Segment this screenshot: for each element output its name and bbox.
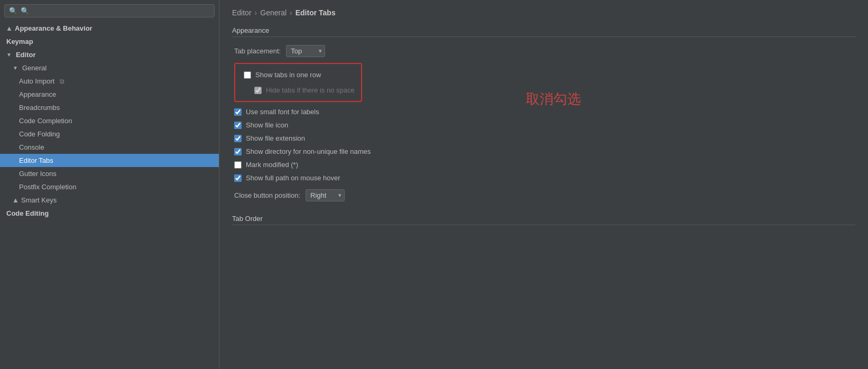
nav-tree: ▶ Appearance & Behavior Keymap ▼ Editor … — [0, 22, 219, 369]
sidebar-item-label: General — [22, 64, 47, 72]
sidebar-item-code-folding[interactable]: Code Folding — [0, 127, 219, 141]
tab-order-section-title: Tab Order — [232, 215, 855, 225]
show-directory-label[interactable]: Show directory for non-unique file names — [234, 147, 371, 155]
breadcrumb-sep2: › — [290, 8, 292, 17]
sidebar-item-keymap[interactable]: Keymap — [0, 35, 219, 48]
sidebar-item-label: Breadcrumbs — [19, 104, 60, 112]
mark-modified-checkbox[interactable] — [234, 161, 242, 169]
sidebar-item-breadcrumbs[interactable]: Breadcrumbs — [0, 101, 219, 114]
sidebar-item-label: Code Folding — [19, 130, 60, 138]
sidebar-item-label: Keymap — [6, 38, 33, 45]
hide-tabs-nospace-setting: Hide tabs if there is no space — [244, 84, 355, 97]
sidebar-item-label: Gutter Icons — [19, 170, 57, 178]
tab-placement-row: Tab placement: Top Bottom Left Right Non… — [234, 42, 855, 60]
show-tabs-row-label[interactable]: Show tabs in one row — [244, 71, 321, 79]
mark-modified-text: Mark modified (*) — [246, 161, 298, 169]
highlight-box: Show tabs in one row Hide tabs if there … — [234, 63, 362, 102]
appearance-section-title: Appearance — [232, 26, 855, 37]
breadcrumb-sep1: › — [255, 8, 257, 17]
close-button-select[interactable]: Right Left Hidden — [306, 189, 345, 201]
sidebar-item-label: Auto Import — [19, 77, 54, 85]
triangle-icon: ▼ — [13, 65, 18, 71]
sidebar: 🔍 ▶ Appearance & Behavior Keymap ▼ Edito… — [0, 0, 219, 369]
sidebar-item-code-editing[interactable]: Code Editing — [0, 207, 219, 220]
triangle-icon: ▶ — [6, 26, 12, 31]
show-file-extension-setting: Show file extension — [234, 132, 855, 145]
breadcrumb: Editor › General › Editor Tabs — [232, 8, 855, 17]
close-button-label: Close button position: — [234, 191, 300, 199]
tab-placement-select[interactable]: Top Bottom Left Right None — [286, 45, 325, 57]
tab-placement-label: Tab placement: — [234, 47, 281, 55]
sidebar-item-label: Smart Keys — [21, 196, 57, 204]
show-full-path-setting: Show full path on mouse hover — [234, 171, 855, 185]
show-full-path-text: Show full path on mouse hover — [246, 174, 340, 182]
sidebar-item-gutter-icons[interactable]: Gutter Icons — [0, 167, 219, 180]
small-font-checkbox[interactable] — [234, 108, 242, 116]
show-file-icon-setting: Show file icon — [234, 118, 855, 132]
sidebar-item-smart-keys[interactable]: ▶ Smart Keys — [0, 193, 219, 207]
sidebar-item-appearance-behavior[interactable]: ▶ Appearance & Behavior — [0, 22, 219, 35]
annotation-text: 取消勾选 — [526, 90, 581, 108]
breadcrumb-part2: General — [260, 8, 287, 17]
show-tabs-row-checkbox[interactable] — [244, 71, 251, 79]
show-file-extension-label[interactable]: Show file extension — [234, 134, 305, 142]
sidebar-item-label: Code Editing — [6, 209, 49, 217]
sidebar-item-auto-import[interactable]: Auto Import ⧉ — [0, 75, 219, 88]
show-file-extension-checkbox[interactable] — [234, 135, 242, 142]
triangle-icon: ▼ — [6, 52, 12, 58]
sidebar-item-label: Postfix Completion — [19, 183, 76, 191]
search-bar[interactable]: 🔍 — [4, 4, 215, 17]
sidebar-item-editor[interactable]: ▼ Editor — [0, 48, 219, 61]
hide-tabs-nospace-text: Hide tabs if there is no space — [266, 86, 355, 94]
tab-placement-select-wrapper: Top Bottom Left Right None — [286, 45, 325, 57]
mark-modified-setting: Mark modified (*) — [234, 158, 855, 171]
sidebar-item-code-completion[interactable]: Code Completion — [0, 114, 219, 127]
sidebar-item-appearance[interactable]: Appearance — [0, 88, 219, 101]
sidebar-item-editor-tabs[interactable]: Editor Tabs — [0, 154, 219, 167]
search-icon: 🔍 — [9, 7, 17, 15]
small-font-label[interactable]: Use small font for labels — [234, 108, 319, 116]
show-directory-checkbox[interactable] — [234, 148, 242, 155]
sidebar-item-general[interactable]: ▼ General — [0, 61, 219, 75]
sidebar-item-label: Editor — [16, 51, 36, 59]
show-directory-setting: Show directory for non-unique file names — [234, 145, 855, 158]
breadcrumb-part3: Editor Tabs — [296, 8, 336, 17]
sidebar-item-label: Editor Tabs — [19, 156, 53, 164]
show-directory-text: Show directory for non-unique file names — [246, 147, 371, 155]
show-tabs-row-setting: Show tabs in one row — [244, 68, 355, 81]
sidebar-item-console[interactable]: Console — [0, 141, 219, 154]
sidebar-item-label: Appearance — [19, 90, 56, 98]
show-full-path-checkbox[interactable] — [234, 174, 242, 182]
show-file-icon-text: Show file icon — [246, 121, 288, 129]
sidebar-item-label: Code Completion — [19, 117, 72, 125]
sidebar-item-label: Console — [19, 143, 44, 151]
close-button-row: Close button position: Right Left Hidden — [234, 187, 855, 204]
small-font-text: Use small font for labels — [246, 108, 319, 116]
main-content: Editor › General › Editor Tabs Appearanc… — [219, 0, 868, 369]
show-file-icon-label[interactable]: Show file icon — [234, 121, 288, 129]
search-input[interactable] — [21, 7, 210, 15]
mark-modified-label[interactable]: Mark modified (*) — [234, 161, 298, 169]
triangle-icon: ▶ — [12, 198, 18, 202]
hide-tabs-nospace-label[interactable]: Hide tabs if there is no space — [254, 86, 355, 94]
copy-icon: ⧉ — [60, 78, 64, 85]
close-button-select-wrapper: Right Left Hidden — [306, 189, 345, 201]
show-file-extension-text: Show file extension — [246, 134, 305, 142]
hide-tabs-nospace-checkbox[interactable] — [254, 87, 262, 94]
show-tabs-row-text: Show tabs in one row — [255, 71, 321, 79]
breadcrumb-part1: Editor — [232, 8, 252, 17]
show-full-path-label[interactable]: Show full path on mouse hover — [234, 174, 340, 182]
show-file-icon-checkbox[interactable] — [234, 122, 242, 129]
sidebar-item-postfix-completion[interactable]: Postfix Completion — [0, 180, 219, 193]
sidebar-item-label: Appearance & Behavior — [15, 24, 93, 32]
